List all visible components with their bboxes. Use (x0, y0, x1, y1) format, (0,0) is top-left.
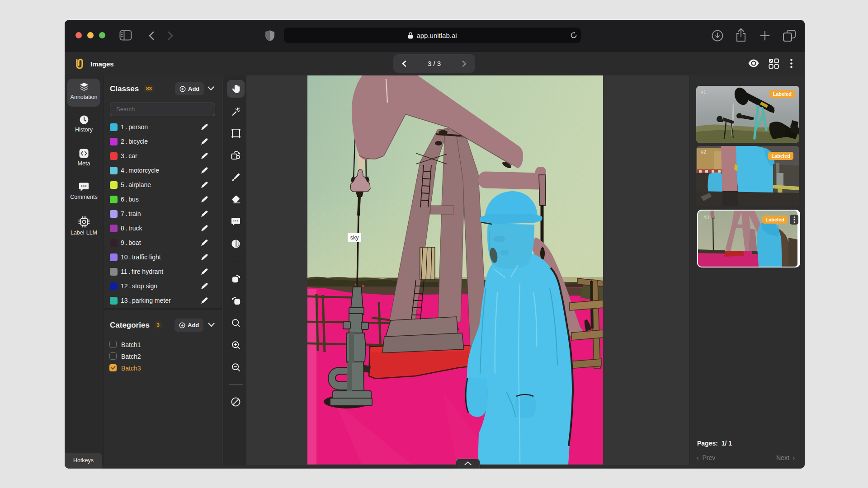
svg-text:sky: sky (350, 235, 359, 241)
